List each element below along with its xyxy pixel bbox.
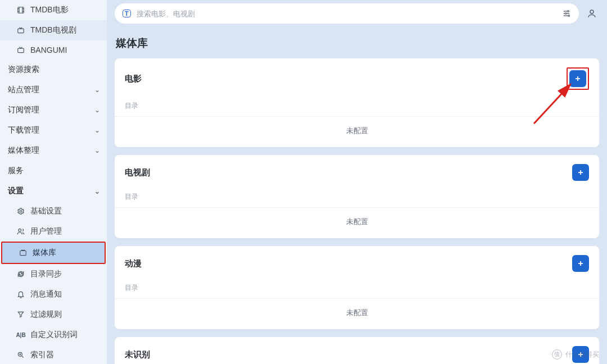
sidebar-item-label: 索引器 [30, 350, 100, 360]
sidebar-group-label: 设置 [8, 186, 94, 196]
sidebar-group-download[interactable]: 下载管理 ⌄ [0, 120, 107, 140]
media-card-unknown: 未识别 目录 未配置 [115, 337, 599, 364]
tv-icon [16, 46, 26, 54]
sidebar-item-media-library[interactable]: 媒体库 [1, 242, 106, 264]
sidebar-item-custom-words[interactable]: A|B 自定义识别词 [0, 325, 107, 345]
chevron-up-icon: ⌃ [94, 187, 100, 195]
users-icon [16, 228, 26, 235]
watermark: 值 什么值得买 [552, 349, 599, 360]
card-body-text: 未配置 [115, 208, 599, 238]
svg-point-4 [19, 229, 21, 231]
sidebar-group-label: 订阅管理 [8, 105, 94, 115]
add-button[interactable] [569, 70, 586, 87]
svg-rect-0 [18, 7, 24, 13]
chevron-down-icon: ⌄ [94, 86, 100, 94]
sidebar-item-label: BANGUMI [30, 46, 100, 54]
tv-icon [16, 26, 26, 34]
sidebar-item-label: TMDB电影 [30, 5, 100, 15]
main-panel: T 媒体库 电影 [107, 0, 607, 364]
svg-point-8 [565, 13, 567, 15]
card-sub-label: 目录 [115, 280, 599, 299]
filter-icon [16, 311, 26, 319]
sidebar-group-settings[interactable]: 设置 ⌃ [0, 181, 107, 201]
search-input[interactable] [137, 10, 556, 18]
card-body-text: 未配置 [115, 299, 599, 329]
sidebar-item-basic-settings[interactable]: 基础设置 [0, 201, 107, 221]
svg-rect-5 [20, 251, 26, 256]
sidebar-group-service[interactable]: 服务 [0, 161, 107, 181]
svg-point-10 [590, 10, 594, 13]
svg-rect-1 [18, 29, 24, 33]
sidebar-item-label: 目录同步 [30, 269, 100, 279]
gear-icon [16, 207, 26, 215]
index-icon [16, 351, 26, 359]
sidebar-group-resource-search[interactable]: 资源搜索 [0, 60, 107, 80]
sidebar-group-label: 服务 [8, 166, 100, 176]
card-title: 未识别 [125, 349, 150, 360]
chevron-down-icon: ⌄ [94, 147, 100, 154]
sidebar-item-label: 用户管理 [30, 226, 100, 236]
card-sub-label: 目录 [115, 98, 599, 117]
sidebar-item-tmdb-movie[interactable]: TMDB电影 [0, 0, 107, 20]
sidebar-item-notify[interactable]: 消息通知 [0, 284, 107, 304]
sidebar-item-dir-sync[interactable]: 目录同步 [0, 264, 107, 284]
page-title: 媒体库 [116, 36, 599, 51]
sidebar-item-label: 过滤规则 [30, 310, 100, 320]
topbar: T [115, 3, 599, 24]
sidebar-item-user-manage[interactable]: 用户管理 [0, 221, 107, 242]
sidebar-group-label: 下载管理 [8, 125, 94, 135]
card-sub-label: 目录 [115, 189, 599, 208]
film-icon [16, 6, 26, 14]
sidebar-item-label: 自定义识别词 [30, 330, 100, 340]
chevron-down-icon: ⌄ [94, 126, 100, 134]
media-card-anime: 动漫 目录 未配置 [115, 246, 599, 329]
media-card-movie: 电影 目录 未配置 [115, 58, 599, 147]
sidebar-item-label: 媒体库 [33, 248, 98, 258]
sidebar-group-media-organize[interactable]: 媒体整理 ⌄ [0, 140, 107, 161]
sidebar-group-site-manage[interactable]: 站点管理 ⌄ [0, 80, 107, 100]
bell-icon [16, 290, 26, 298]
sidebar-group-subscribe[interactable]: 订阅管理 ⌄ [0, 100, 107, 120]
search-box[interactable]: T [115, 3, 579, 24]
add-button[interactable] [572, 164, 589, 181]
sidebar-item-label: 基础设置 [30, 206, 100, 216]
watermark-icon: 值 [552, 349, 562, 360]
sidebar-group-label: 资源搜索 [8, 65, 100, 75]
library-icon [18, 249, 28, 257]
add-button[interactable] [572, 255, 589, 272]
search-badge: T [123, 10, 131, 17]
card-title: 电视剧 [125, 167, 150, 178]
chevron-down-icon: ⌄ [94, 106, 100, 114]
card-body-text: 未配置 [115, 117, 599, 147]
sidebar-group-label: 站点管理 [8, 85, 94, 95]
media-card-tv: 电视剧 目录 未配置 [115, 155, 599, 238]
sidebar-item-label: TMDB电视剧 [30, 25, 100, 35]
watermark-text: 什么值得买 [565, 350, 599, 360]
card-title: 电影 [125, 74, 142, 84]
sidebar-item-indexer[interactable]: 索引器 [0, 345, 107, 364]
ab-icon: A|B [16, 332, 26, 338]
card-title: 动漫 [125, 258, 142, 269]
svg-point-3 [20, 210, 22, 212]
sidebar-item-filter-rules[interactable]: 过滤规则 [0, 304, 107, 325]
card-list: 电影 目录 未配置 电视剧 目录 [115, 58, 599, 364]
svg-point-7 [567, 11, 569, 12]
sidebar-item-tmdb-tv[interactable]: TMDB电视剧 [0, 20, 107, 40]
user-avatar-icon[interactable] [585, 6, 599, 21]
sidebar-item-bangumi[interactable]: BANGUMI [0, 40, 107, 60]
refresh-icon [16, 270, 26, 278]
sidebar: TMDB电影 TMDB电视剧 BANGUMI 资源搜索 站点管理 ⌄ 订阅管理 … [0, 0, 107, 364]
sidebar-group-label: 媒体整理 [8, 145, 94, 156]
sliders-icon[interactable] [562, 9, 571, 18]
sidebar-item-label: 消息通知 [30, 289, 100, 299]
svg-rect-2 [18, 48, 24, 53]
